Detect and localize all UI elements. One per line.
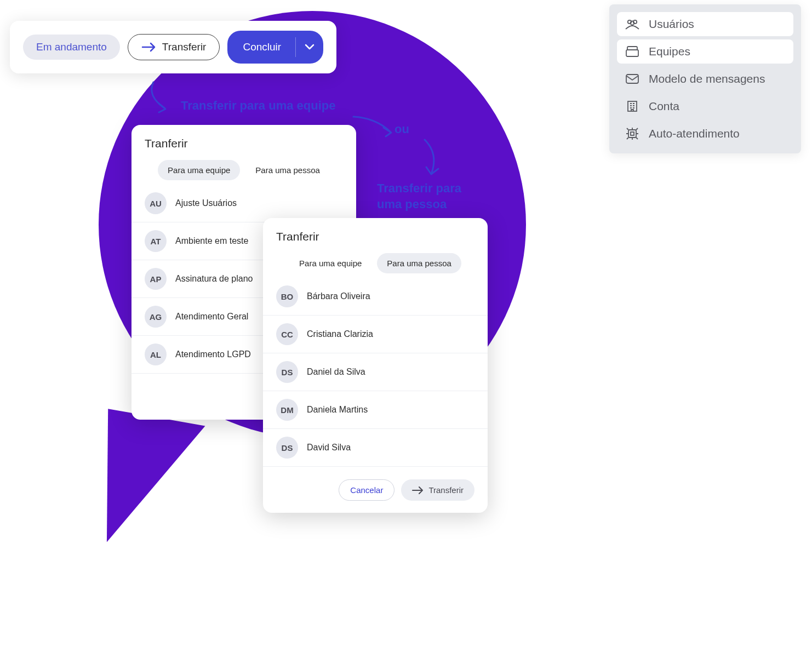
status-badge: Em andamento [23,35,120,60]
arrow-right-icon [141,42,157,52]
menu-item-mail[interactable]: Modelo de mensagens [617,67,793,91]
menu-label: Modelo de mensagens [649,72,765,85]
transfer-confirm-button[interactable]: Transferir [401,479,474,501]
dialog-footer: Cancelar Transferir [263,469,488,502]
list-item[interactable]: DMDaniela Martins [263,391,488,429]
list-item[interactable]: FUFelipe - Userguiding [263,467,488,469]
arrow-to-or [351,112,400,140]
menu-label: Auto-atendimento [649,127,740,140]
arrow-to-person [416,137,449,181]
avatar: DS [276,361,298,383]
transfer-confirm-label: Transferir [428,485,464,495]
menu-label: Conta [649,100,679,113]
dialog-tabs: Para uma equipe Para uma pessoa [263,253,488,278]
avatar: AP [145,268,167,290]
item-label: Assinatura de plano [175,274,253,284]
list-item[interactable]: CCCristiana Clarizia [263,316,488,353]
avatar: AU [145,192,167,214]
avatar: BO [276,285,298,307]
menu-item-building[interactable]: Conta [617,94,793,118]
svg-rect-7 [631,132,634,135]
users-icon [625,18,640,31]
item-label: Cristiana Clarizia [307,329,373,339]
menu-label: Usuários [649,18,694,31]
transfer-button[interactable]: Transferir [128,34,220,60]
item-label: Atendimento LGPD [175,350,251,359]
item-label: Ajuste Usuários [175,198,237,208]
avatar: AG [145,306,167,328]
menu-item-box[interactable]: Equipes [617,39,793,64]
dialog-title: Tranferir [263,230,488,253]
item-label: Bárbara Oliveira [307,291,370,301]
svg-rect-3 [626,50,638,56]
conclude-label: Concluir [241,41,290,53]
item-label: Atendimento Geral [175,312,248,322]
avatar: CC [276,323,298,345]
chip-icon [625,127,640,140]
chevron-down-icon [305,44,314,50]
building-icon [625,100,640,113]
avatar: AL [145,343,167,365]
menu-item-users[interactable]: Usuários [617,12,793,36]
person-list[interactable]: BOBárbara OliveiraCCCristiana ClariziaDS… [263,278,488,469]
tab-person[interactable]: Para uma pessoa [245,160,330,180]
tab-person[interactable]: Para uma pessoa [377,253,461,273]
status-label: Em andamento [36,41,107,53]
label-transfer-person: Transferir para uma pessoa [377,181,476,212]
conclude-button[interactable]: Concluir [227,31,323,64]
svg-rect-4 [626,75,638,83]
item-label: Daniel da Silva [307,367,365,377]
menu-label: Equipes [649,45,690,58]
label-or: ou [394,122,409,136]
transfer-label: Transferir [162,41,207,53]
tab-team[interactable]: Para uma equipe [289,253,371,273]
conclude-dropdown[interactable] [295,37,323,57]
item-label: Daniela Martins [307,405,368,415]
svg-rect-6 [628,130,636,138]
arrow-right-icon [412,486,424,494]
tab-team[interactable]: Para uma equipe [158,160,240,180]
list-item[interactable]: AUAjuste Usuários [131,185,356,222]
item-label: Ambiente em teste [175,236,248,246]
decorative-bubble-tail [85,409,205,556]
item-label: David Silva [307,443,351,453]
action-bar: Em andamento Transferir Concluir [10,21,336,73]
avatar: DS [276,437,298,459]
transfer-person-dialog: Tranferir Para uma equipe Para uma pesso… [263,218,488,513]
avatar: DM [276,399,298,421]
avatar: AT [145,230,167,252]
mail-icon [625,72,640,85]
settings-menu: UsuáriosEquipesModelo de mensagensContaA… [609,4,801,153]
box-icon [625,45,640,58]
arrow-to-team [142,79,186,118]
dialog-tabs: Para uma equipe Para uma pessoa [131,160,356,185]
list-item[interactable]: DSDavid Silva [263,429,488,467]
menu-item-chip[interactable]: Auto-atendimento [617,122,793,146]
cancel-button[interactable]: Cancelar [339,479,394,501]
list-item[interactable]: DSDaniel da Silva [263,353,488,391]
label-transfer-team: Transferir para uma equipe [181,99,335,113]
dialog-title: Tranferir [131,137,356,160]
list-item[interactable]: BOBárbara Oliveira [263,278,488,316]
